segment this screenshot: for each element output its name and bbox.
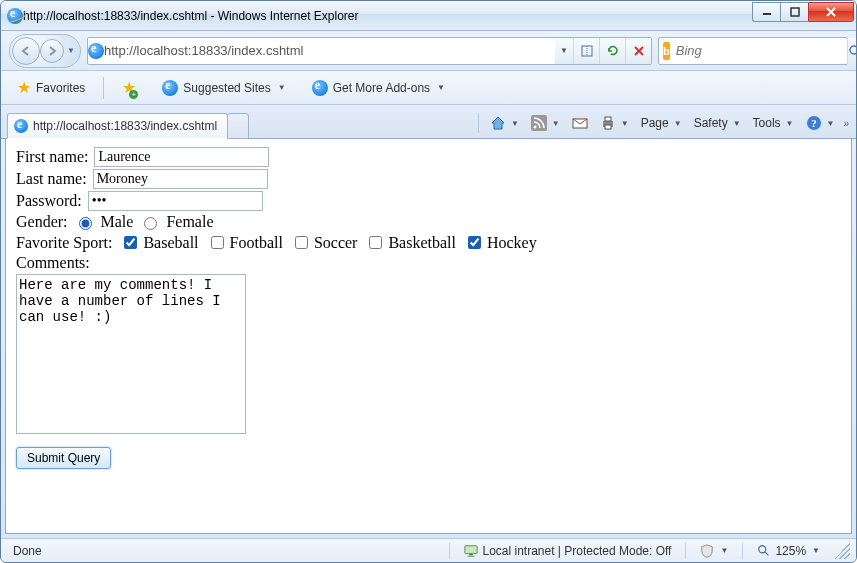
svg-rect-1 bbox=[791, 8, 799, 16]
svg-rect-19 bbox=[470, 553, 474, 555]
home-button[interactable]: ▼ bbox=[487, 113, 522, 133]
new-tab-button[interactable] bbox=[227, 113, 249, 139]
command-bar: ▼ ▼ ▼ Page ▼ Safety ▼ Tools bbox=[476, 108, 850, 138]
suggested-sites-button[interactable]: Suggested Sites ▼ bbox=[154, 77, 293, 99]
baseball-checkbox[interactable] bbox=[124, 236, 137, 249]
svg-point-8 bbox=[850, 46, 857, 54]
hockey-label: Hockey bbox=[487, 234, 537, 252]
first-name-input[interactable] bbox=[94, 147, 269, 167]
nav-history-dropdown[interactable]: ▼ bbox=[64, 46, 78, 55]
close-icon bbox=[825, 6, 837, 18]
safety-menu[interactable]: Safety ▼ bbox=[691, 114, 744, 132]
safety-label: Safety bbox=[694, 116, 728, 130]
refresh-button[interactable] bbox=[599, 38, 625, 64]
separator bbox=[103, 77, 104, 99]
chevron-down-icon: ▼ bbox=[786, 119, 794, 128]
svg-rect-18 bbox=[465, 545, 477, 553]
feeds-button[interactable]: ▼ bbox=[528, 113, 563, 133]
minimize-icon bbox=[762, 7, 772, 17]
svg-text:?: ? bbox=[811, 117, 817, 129]
last-name-input[interactable] bbox=[93, 169, 268, 189]
overflow-button[interactable]: » bbox=[843, 118, 846, 129]
broken-page-icon bbox=[580, 44, 594, 58]
favorites-bar: ★ Favorites ★+ Suggested Sites ▼ Get Mor… bbox=[1, 71, 856, 105]
printer-icon bbox=[600, 115, 616, 131]
page-menu[interactable]: Page ▼ bbox=[638, 114, 685, 132]
arrow-right-icon bbox=[46, 45, 58, 57]
separator bbox=[685, 543, 686, 559]
separator bbox=[478, 113, 479, 133]
submit-button[interactable]: Submit Query bbox=[16, 447, 111, 469]
comments-textarea[interactable] bbox=[16, 274, 246, 434]
gender-male-label: Male bbox=[101, 213, 134, 231]
url-input[interactable] bbox=[104, 43, 555, 58]
status-text: Done bbox=[7, 539, 48, 562]
url-dropdown[interactable]: ▼ bbox=[555, 38, 573, 64]
password-row: Password: bbox=[16, 191, 841, 211]
chevron-down-icon: ▼ bbox=[511, 119, 519, 128]
title-bar: http://localhost:18833/index.cshtml - Wi… bbox=[1, 1, 856, 31]
favorites-button[interactable]: ★ Favorites bbox=[9, 75, 93, 100]
svg-point-21 bbox=[759, 545, 766, 552]
maximize-button[interactable] bbox=[780, 2, 808, 22]
tab-title: http://localhost:18833/index.cshtml bbox=[33, 119, 217, 133]
last-name-label: Last name: bbox=[16, 170, 87, 188]
get-addons-button[interactable]: Get More Add-ons ▼ bbox=[304, 77, 453, 99]
gender-label: Gender: bbox=[16, 213, 68, 231]
help-button[interactable]: ? ▼ bbox=[803, 113, 838, 133]
close-button[interactable] bbox=[808, 2, 854, 22]
resize-grip[interactable] bbox=[834, 543, 850, 559]
search-button[interactable] bbox=[847, 38, 857, 64]
chevron-down-icon: ▼ bbox=[733, 119, 741, 128]
chevron-down-icon: ▼ bbox=[552, 119, 560, 128]
get-addons-label: Get More Add-ons bbox=[333, 81, 430, 95]
minimize-button[interactable] bbox=[752, 2, 780, 22]
address-bar: ▼ bbox=[87, 37, 652, 65]
read-mail-button[interactable] bbox=[569, 113, 591, 133]
baseball-label: Baseball bbox=[143, 234, 198, 252]
zoom-label: 125% bbox=[775, 544, 806, 558]
zone-cell[interactable]: Local intranet | Protected Mode: Off bbox=[458, 539, 677, 562]
address-bar-buttons: ▼ bbox=[555, 38, 651, 64]
compat-view-button[interactable] bbox=[573, 38, 599, 64]
tools-menu[interactable]: Tools ▼ bbox=[750, 114, 797, 132]
basketball-checkbox[interactable] bbox=[369, 236, 382, 249]
zoom-cell[interactable]: 125% ▼ bbox=[751, 539, 826, 562]
print-button[interactable]: ▼ bbox=[597, 113, 632, 133]
password-input[interactable] bbox=[88, 191, 263, 211]
gender-row: Gender: Male Female bbox=[16, 213, 841, 231]
svg-line-22 bbox=[765, 551, 769, 555]
ie-icon bbox=[162, 80, 178, 96]
gender-male-radio[interactable] bbox=[79, 217, 92, 230]
protected-mode-cell[interactable]: ▼ bbox=[694, 539, 734, 562]
monitor-icon bbox=[464, 544, 478, 558]
search-icon bbox=[848, 44, 857, 58]
forward-button[interactable] bbox=[40, 39, 64, 63]
gender-female-radio[interactable] bbox=[144, 217, 157, 230]
window-title: http://localhost:18833/index.cshtml - Wi… bbox=[23, 9, 752, 23]
football-checkbox[interactable] bbox=[211, 236, 224, 249]
password-label: Password: bbox=[16, 192, 82, 210]
zoom-icon bbox=[757, 544, 771, 558]
status-bar: Done Local intranet | Protected Mode: Of… bbox=[1, 538, 856, 562]
ie-icon bbox=[7, 8, 23, 24]
comments-label: Comments: bbox=[16, 254, 90, 272]
zone-label: Local intranet | Protected Mode: Off bbox=[482, 544, 671, 558]
tab-active[interactable]: http://localhost:18833/index.cshtml bbox=[7, 113, 228, 139]
stop-button[interactable] bbox=[625, 38, 651, 64]
search-input[interactable] bbox=[674, 42, 847, 59]
soccer-checkbox[interactable] bbox=[295, 236, 308, 249]
svg-point-11 bbox=[533, 126, 536, 129]
add-favorite-button[interactable]: ★+ bbox=[114, 75, 144, 100]
hockey-checkbox[interactable] bbox=[468, 236, 481, 249]
comments-label-row: Comments: bbox=[16, 254, 841, 272]
nav-buttons: ▼ bbox=[9, 34, 81, 68]
back-button[interactable] bbox=[12, 37, 40, 65]
basketball-label: Basketball bbox=[388, 234, 456, 252]
first-name-row: First name: bbox=[16, 147, 841, 167]
maximize-icon bbox=[790, 7, 800, 17]
arrow-left-icon bbox=[19, 44, 33, 58]
favorite-sport-label: Favorite Sport: bbox=[16, 234, 112, 252]
stop-icon bbox=[633, 45, 645, 57]
favorites-label: Favorites bbox=[36, 81, 85, 95]
